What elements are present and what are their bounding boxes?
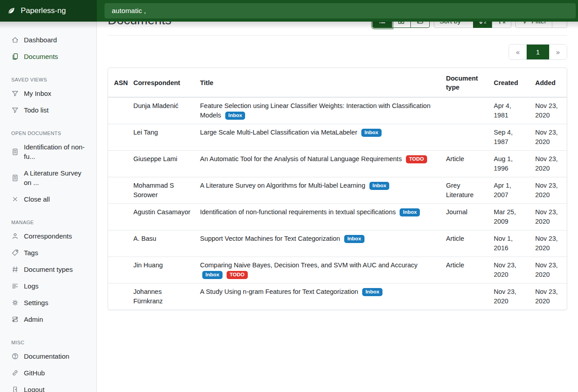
cell-created: Mar 25, 2009 xyxy=(489,204,531,230)
link-icon xyxy=(11,369,19,377)
cell-title: A Study Using n-gram Features for Text C… xyxy=(196,284,441,310)
gear-icon xyxy=(11,299,19,306)
cell-document-type[interactable]: Grey Literature xyxy=(441,177,489,204)
column-header-created[interactable]: Created xyxy=(489,68,531,97)
sidebar-sections: SAVED VIEWSMy InboxTodo listOPEN DOCUMEN… xyxy=(0,75,96,392)
sidebar-section: SAVED VIEWSMy InboxTodo list xyxy=(0,75,96,118)
sidebar-primary-nav: DashboardDocuments xyxy=(0,32,96,65)
column-header-document-type[interactable]: Document type xyxy=(441,68,489,97)
cell-correspondent[interactable]: Lei Tang xyxy=(129,124,196,151)
sidebar-item-label: Tags xyxy=(24,248,38,257)
sidebar-item-a-literature-survey-on[interactable]: A Literature Survey on ... xyxy=(0,165,96,191)
document-icon xyxy=(11,148,19,156)
documents-table-card: ASN Correspondent Title Document type Cr… xyxy=(108,68,567,310)
document-title-link[interactable]: A Study Using n-gram Features for Text C… xyxy=(200,288,358,295)
cell-title: An Automatic Tool for the Analysis of Na… xyxy=(196,151,441,177)
door-icon xyxy=(11,386,19,392)
cell-created: Apr 1, 2007 xyxy=(489,177,531,204)
cell-document-type[interactable]: Article xyxy=(441,257,489,284)
app-brand[interactable]: Paperless-ng xyxy=(0,0,97,22)
documents-table: ASN Correspondent Title Document type Cr… xyxy=(108,68,567,310)
sidebar-item-logout[interactable]: Logout xyxy=(0,381,96,392)
cell-added: Nov 23, 2020 xyxy=(531,97,567,124)
cell-correspondent[interactable]: Jin Huang xyxy=(129,257,196,284)
sidebar-item-label: Settings xyxy=(24,298,48,307)
cell-document-type[interactable]: Article xyxy=(441,230,489,257)
table-row: A. BasuSupport Vector Machines for Text … xyxy=(108,230,567,257)
sidebar-item-tags[interactable]: Tags xyxy=(0,244,96,261)
cell-asn xyxy=(108,204,129,230)
column-header-asn[interactable]: ASN xyxy=(108,68,129,97)
inbox-tag-badge[interactable]: Inbox xyxy=(400,208,420,216)
cell-document-type[interactable]: Article xyxy=(441,151,489,177)
table-row: Giuseppe LamiAn Automatic Tool for the A… xyxy=(108,151,567,177)
document-title-link[interactable]: Identification of non-functional require… xyxy=(200,208,396,216)
column-header-added[interactable]: Added xyxy=(531,68,567,97)
sidebar: DashboardDocuments SAVED VIEWSMy InboxTo… xyxy=(0,22,97,392)
document-title-link[interactable]: Large Scale Multi-Label Classification v… xyxy=(200,129,357,136)
hash-icon xyxy=(11,266,19,273)
cell-added: Nov 23, 2020 xyxy=(531,284,567,310)
todo-tag-badge[interactable]: TODO xyxy=(406,155,427,163)
sidebar-item-settings[interactable]: Settings xyxy=(0,294,96,311)
inbox-tag-badge[interactable]: Inbox xyxy=(362,288,382,296)
sidebar-item-github[interactable]: GitHub xyxy=(0,365,96,381)
inbox-tag-badge[interactable]: Inbox xyxy=(344,235,364,243)
cell-correspondent[interactable]: Johannes Fürnkranz xyxy=(129,284,196,310)
cell-title: A Literature Survey on Algorithms for Mu… xyxy=(196,177,441,204)
pagination-current-page[interactable]: 1 xyxy=(527,45,549,59)
cell-document-type[interactable] xyxy=(441,124,489,151)
cell-asn xyxy=(108,284,129,310)
pagination-next-button[interactable]: » xyxy=(549,45,567,59)
column-header-correspondent[interactable]: Correspondent xyxy=(129,68,196,97)
cell-created: Nov 23, 2020 xyxy=(489,257,531,284)
sidebar-section: OPEN DOCUMENTSIdentification of non-fu..… xyxy=(0,128,96,207)
sidebar-section: MISCDocumentationGitHubLogout xyxy=(0,338,96,392)
pagination-prev-button[interactable]: « xyxy=(509,45,527,59)
pagination: « 1 » xyxy=(509,44,567,60)
inbox-tag-badge[interactable]: Inbox xyxy=(202,271,223,279)
inbox-tag-badge[interactable]: Inbox xyxy=(369,182,390,190)
todo-tag-badge[interactable]: TODO xyxy=(227,271,248,279)
cell-document-type[interactable]: Journal xyxy=(441,204,489,230)
document-title-link[interactable]: Comparing Naive Bayes, Decision Trees, a… xyxy=(200,261,418,269)
document-title-link[interactable]: A Literature Survey on Algorithms for Mu… xyxy=(200,182,365,189)
inbox-tag-badge[interactable]: Inbox xyxy=(225,112,246,120)
cell-document-type[interactable] xyxy=(441,97,489,124)
cell-correspondent[interactable]: Agustin Casamayor xyxy=(129,204,196,230)
sidebar-item-todo-list[interactable]: Todo list xyxy=(0,102,96,118)
sidebar-item-documentation[interactable]: Documentation xyxy=(0,348,96,365)
cell-added: Nov 23, 2020 xyxy=(531,177,567,204)
column-header-title[interactable]: Title xyxy=(196,68,441,97)
cell-correspondent[interactable]: Mohammad S Sorower xyxy=(129,177,196,204)
sidebar-item-close-all[interactable]: Close all xyxy=(0,191,96,207)
top-navbar: Paperless-ng xyxy=(0,0,578,22)
logs-icon xyxy=(11,282,19,290)
sidebar-item-logs[interactable]: Logs xyxy=(0,278,96,294)
tag-icon xyxy=(11,249,19,257)
sidebar-item-documents[interactable]: Documents xyxy=(0,48,96,65)
navbar-search-area xyxy=(97,0,578,22)
sidebar-item-admin[interactable]: Admin xyxy=(0,311,96,328)
table-row: Agustin CasamayorIdentification of non-f… xyxy=(108,204,567,230)
cell-title: Comparing Naive Bayes, Decision Trees, a… xyxy=(196,257,441,284)
sidebar-item-correspondents[interactable]: Correspondents xyxy=(0,228,96,244)
document-title-link[interactable]: An Automatic Tool for the Analysis of Na… xyxy=(200,155,402,162)
cell-asn xyxy=(108,257,129,284)
sidebar-item-identification-of-non-fu[interactable]: Identification of non-fu... xyxy=(0,139,96,165)
sidebar-section-title: SAVED VIEWS xyxy=(0,75,96,85)
cell-asn xyxy=(108,97,129,124)
inbox-tag-badge[interactable]: Inbox xyxy=(361,129,382,137)
sidebar-item-dashboard[interactable]: Dashboard xyxy=(0,32,96,48)
cell-document-type[interactable] xyxy=(441,284,489,310)
main-content: Documents xyxy=(97,0,578,310)
sidebar-item-document-types[interactable]: Document types xyxy=(0,261,96,278)
cell-correspondent[interactable]: A. Basu xyxy=(129,230,196,257)
cell-correspondent[interactable]: Giuseppe Lami xyxy=(129,151,196,177)
search-input[interactable] xyxy=(105,3,576,18)
document-title-link[interactable]: Support Vector Machines for Text Categor… xyxy=(200,235,340,242)
table-row: Mohammad S SorowerA Literature Survey on… xyxy=(108,177,567,204)
table-row: Johannes FürnkranzA Study Using n-gram F… xyxy=(108,284,567,310)
cell-correspondent[interactable]: Dunja Mladenić xyxy=(129,97,196,124)
sidebar-item-my-inbox[interactable]: My Inbox xyxy=(0,85,96,102)
